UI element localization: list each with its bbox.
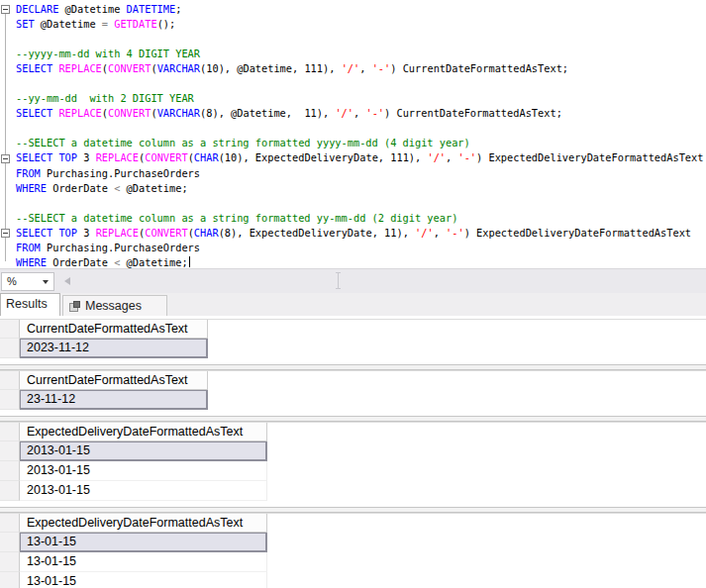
code-token: --yyyy-mm-dd with 4 DIGIT YEAR (16, 48, 200, 59)
zoom-level-dropdown[interactable]: % (1, 272, 54, 291)
code-token: FROM (16, 167, 41, 179)
messages-icon (69, 301, 80, 312)
code-token: (8), @Datetime, 11), (200, 107, 335, 119)
tab-results[interactable]: Results (0, 293, 60, 316)
code-token: SET (16, 18, 35, 30)
code-token: CHAR (194, 227, 219, 239)
table-row: 2013-01-15 (0, 481, 706, 501)
code-token: VARCHAR (157, 62, 200, 74)
horizontal-scrollbar[interactable] (57, 269, 706, 294)
collapse-minus-icon[interactable] (1, 5, 10, 14)
code-line: --SELECT a datetime column as a string f… (16, 211, 706, 226)
code-line: SET @Datetime = GETDATE(); (16, 17, 706, 32)
zoom-level-value: % (7, 275, 17, 287)
code-token: SELECT (16, 62, 52, 74)
row-header[interactable] (0, 533, 20, 552)
code-token: OrderDate (47, 256, 114, 268)
ssms-query-window: DECLARE @Datetime DATETIME;SET @Datetime… (0, 0, 706, 588)
code-token: GETDATE (114, 18, 156, 30)
code-token: DATETIME (127, 3, 176, 15)
row-header[interactable] (0, 461, 20, 481)
outline-vertical-line (5, 10, 6, 261)
code-token: Purchasing.PurchaseOrders (41, 167, 200, 179)
column-header[interactable]: CurrentDateFormattedAsText (20, 320, 208, 339)
code-token: CHAR (194, 151, 219, 163)
editor-bottom-bar: % (0, 268, 706, 293)
row-header[interactable] (0, 339, 20, 358)
code-token: @Datetime; (120, 182, 187, 194)
results-grid: CurrentDateFormattedAsText2023-11-12 (0, 319, 706, 358)
grid-cell[interactable]: 23-11-12 (20, 390, 208, 410)
code-token: TOP (58, 151, 77, 163)
table-row: 2013-01-15 (0, 461, 706, 481)
row-header[interactable] (0, 481, 20, 501)
scroll-left-arrow-icon[interactable] (64, 277, 70, 285)
corner-header-cell[interactable] (0, 514, 20, 533)
code-token: '-' (446, 227, 464, 239)
column-header[interactable]: CurrentDateFormattedAsText (20, 371, 208, 390)
corner-header-cell[interactable] (0, 371, 20, 390)
code-line: DECLARE @Datetime DATETIME; (16, 2, 706, 17)
code-line: FROM Purchasing.PurchaseOrders (16, 241, 706, 255)
dropdown-arrow-icon (43, 280, 49, 284)
code-token: '/' (427, 151, 446, 163)
code-token: ; (175, 3, 181, 15)
code-token: , (353, 107, 365, 119)
code-token: ) ExpectedDeliveryDateFormattedAsText (464, 227, 691, 239)
row-header[interactable] (0, 390, 20, 410)
code-line (16, 32, 706, 47)
code-token: REPLACE (96, 227, 139, 239)
code-token: --SELECT a datetime column as a string f… (16, 137, 470, 148)
code-token: SELECT (16, 107, 52, 119)
table-row: 13-01-15 (0, 552, 706, 572)
code-token: '/' (415, 227, 434, 239)
code-line (16, 196, 706, 211)
table-row: 2023-11-12 (0, 339, 706, 358)
sql-editor[interactable]: DECLARE @Datetime DATETIME;SET @Datetime… (0, 0, 706, 268)
grid-cell[interactable]: 13-01-15 (20, 572, 267, 588)
collapse-minus-icon[interactable] (1, 229, 10, 238)
code-token: '-' (372, 62, 391, 74)
tab-messages-label: Messages (85, 299, 142, 313)
grid-cell[interactable]: 2013-01-15 (20, 461, 267, 481)
code-token: 3 (77, 151, 96, 163)
code-token: '-' (365, 107, 384, 119)
row-header[interactable] (0, 441, 20, 461)
header-row: CurrentDateFormattedAsText (0, 371, 706, 390)
code-token: , (359, 62, 371, 74)
code-token: REPLACE (58, 107, 101, 119)
column-header[interactable]: ExpectedDeliveryDateFormattedAsText (20, 423, 267, 441)
row-header[interactable] (0, 572, 20, 588)
grid-cell[interactable]: 2023-11-12 (20, 339, 208, 358)
code-token: , (446, 151, 457, 163)
code-lines: DECLARE @Datetime DATETIME;SET @Datetime… (16, 2, 706, 268)
code-line: SELECT REPLACE(CONVERT(VARCHAR(10), @Dat… (16, 61, 706, 76)
grid-cell[interactable]: 2013-01-15 (20, 481, 267, 501)
grid-cell[interactable]: 13-01-15 (20, 533, 267, 552)
collapse-minus-icon[interactable] (1, 154, 10, 163)
corner-header-cell[interactable] (0, 423, 20, 441)
table-row: 13-01-15 (0, 572, 706, 588)
code-token: Purchasing.PurchaseOrders (41, 242, 200, 253)
code-token: CONVERT (145, 227, 187, 239)
tab-results-label: Results (6, 297, 48, 311)
editor-outline-margin (0, 0, 16, 268)
text-caret (189, 256, 190, 267)
grid-cell[interactable]: 2013-01-15 (20, 441, 267, 461)
code-token: WHERE (16, 182, 47, 194)
ibeam-cursor (338, 272, 339, 289)
code-token: ) CurrentDateFormattedAsText; (390, 62, 568, 74)
code-token: TOP (58, 227, 77, 239)
code-line: SELECT REPLACE(CONVERT(VARCHAR(8), @Date… (16, 106, 706, 121)
grid-cell[interactable]: 13-01-15 (20, 552, 267, 572)
code-line (16, 76, 706, 91)
code-line: SELECT TOP 3 REPLACE(CONVERT(CHAR(10), E… (16, 150, 706, 165)
code-token: '/' (335, 107, 353, 119)
code-token: VARCHAR (157, 107, 200, 119)
column-header[interactable]: ExpectedDeliveryDateFormattedAsText (20, 514, 267, 533)
corner-header-cell[interactable] (0, 320, 20, 339)
code-token: REPLACE (58, 62, 101, 74)
row-header[interactable] (0, 552, 20, 572)
code-token: (); (157, 18, 176, 30)
tab-messages[interactable]: Messages (62, 295, 167, 316)
